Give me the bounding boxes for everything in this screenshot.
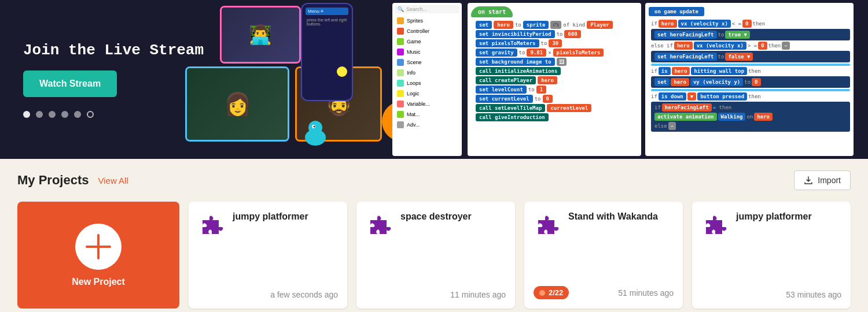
new-project-circle — [75, 224, 122, 270]
menu-info: Info — [395, 68, 459, 78]
dot-6[interactable] — [87, 111, 94, 118]
project-time-4: 53 minutes ago — [701, 290, 841, 299]
project-time-1: a few seconds ago — [198, 290, 338, 299]
project-name-3: Stand with Wakanda — [568, 211, 658, 223]
dot-4[interactable] — [61, 111, 68, 118]
project-card-3-bottom: 2/22 51 minutes ago — [534, 286, 674, 299]
hero-dots-nav — [23, 111, 204, 118]
project-time-3: 51 minutes ago — [618, 288, 674, 298]
code-blocks-on-start: on start set hero to sprite 🎮 of kind Pl… — [468, 3, 641, 156]
phone-frame: Menu ≡ press the left and right buttons. — [301, 3, 353, 101]
watch-stream-button[interactable]: Watch Stream — [23, 70, 117, 97]
import-label: Import — [818, 176, 841, 185]
menu-controller: Controller — [395, 26, 459, 36]
menu-game: Game — [395, 36, 459, 47]
dot-1[interactable] — [23, 111, 30, 118]
project-time-2: 11 minutes ago — [366, 290, 506, 299]
import-button[interactable]: Import — [794, 170, 851, 190]
hero-visuals: 👨‍💻 👩 🧔 Menu ≡ press the left and right … — [185, 0, 868, 159]
dot-5[interactable] — [74, 111, 81, 118]
puzzle-icon-3 — [534, 211, 561, 239]
hero-title: Join the Live Stream — [23, 42, 204, 59]
project-card-3[interactable]: Stand with Wakanda 2/22 51 minutes ago — [524, 202, 683, 309]
project-name-2: space destroyer — [400, 211, 472, 223]
new-project-card[interactable]: New Project — [17, 202, 179, 309]
project-name-1: jumpy platformer — [233, 211, 308, 223]
project-card-2-top: space destroyer — [366, 211, 506, 239]
progress-value: 2/22 — [549, 288, 563, 297]
menu-logic: Logic — [395, 88, 459, 99]
menu-math: Mat... — [395, 109, 459, 120]
projects-title-group: My Projects View All — [17, 173, 128, 188]
puzzle-icon-2 — [366, 211, 393, 239]
project-name-4: jumpy platformer — [736, 211, 812, 223]
teal-character — [301, 119, 330, 153]
dot-3[interactable] — [49, 111, 56, 118]
video-panel-1: 👨‍💻 — [220, 6, 301, 64]
new-project-label: New Project — [72, 277, 125, 287]
projects-section: My Projects View All Import New Project — [0, 159, 868, 312]
menu-sprites: Sprites — [395, 16, 459, 26]
menu-loops: Loops — [395, 78, 459, 88]
menu-scene: Scene — [395, 57, 459, 68]
menu-advanced: Adv... — [395, 120, 459, 130]
view-all-link[interactable]: View All — [98, 176, 128, 185]
menu-variables: Variable... — [395, 99, 459, 109]
project-card-3-top: Stand with Wakanda — [534, 211, 674, 239]
progress-dot — [539, 290, 545, 296]
hero-section: Join the Live Stream Watch Stream 👨‍💻 👩 — [0, 0, 868, 159]
dot-2[interactable] — [36, 111, 43, 118]
projects-grid: New Project jumpy platformer a few secon… — [17, 202, 851, 309]
menu-music: Music — [395, 47, 459, 57]
projects-header: My Projects View All Import — [17, 170, 851, 190]
project-card-4[interactable]: jumpy platformer 53 minutes ago — [692, 202, 851, 309]
hero-left-content: Join the Live Stream Watch Stream — [0, 42, 204, 118]
project-card-2[interactable]: space destroyer 11 minutes ago — [356, 202, 515, 309]
project-card-1[interactable]: jumpy platformer a few seconds ago — [189, 202, 347, 309]
import-icon — [804, 176, 813, 185]
puzzle-icon-4 — [701, 211, 729, 239]
svg-point-4 — [314, 126, 315, 128]
makecode-menu: 🔍Search... Sprites Controller Game Music… — [392, 3, 462, 156]
progress-badge: 2/22 — [534, 286, 569, 299]
project-card-1-top: jumpy platformer — [198, 211, 338, 239]
puzzle-icon-1 — [198, 211, 226, 239]
plus-icon — [86, 234, 111, 259]
code-blocks-game-update: on game update if hero vx (velocity x) <… — [645, 3, 854, 156]
project-card-4-top: jumpy platformer — [701, 211, 841, 239]
projects-title: My Projects — [17, 173, 89, 188]
